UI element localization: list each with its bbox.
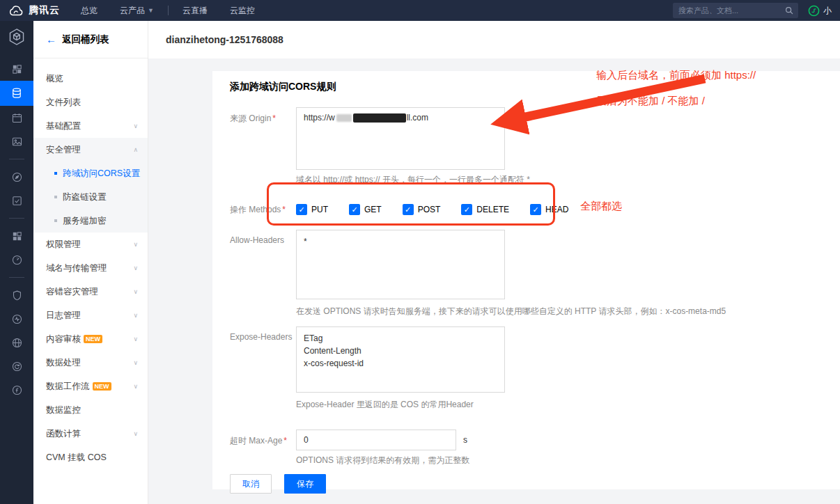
redaction-block	[353, 113, 406, 123]
rail-divider	[9, 159, 24, 159]
brand-name: 腾讯云	[29, 4, 60, 17]
rail-divider	[9, 277, 24, 278]
sidebar-item-label: 容错容灾管理	[46, 286, 98, 298]
sidebar-item[interactable]: 概览	[33, 67, 148, 90]
chevron-down-icon: ∨	[133, 336, 138, 342]
sidebar-item[interactable]: 函数计算∨	[33, 422, 148, 446]
chevron-down-icon: ∨	[133, 241, 138, 248]
sidebar-item-label: 数据工作流	[46, 381, 90, 393]
bucket-title-bar: dianzihetong-1251768088	[148, 21, 840, 58]
sidebar-item[interactable]: 基础配置∨	[33, 114, 148, 138]
sidebar-item-label: 基础配置	[46, 120, 81, 132]
cos-product-logo-icon[interactable]	[0, 21, 33, 53]
allow-headers-label: Allow-Headers	[230, 230, 296, 317]
checkbox-checked-icon[interactable]: ✓	[530, 204, 541, 215]
sidebar-item-label: 数据监控	[46, 404, 81, 416]
topnav-item[interactable]: 云直播	[171, 0, 219, 21]
search-icon[interactable]	[784, 6, 794, 15]
workflow-globe-icon[interactable]	[0, 331, 33, 354]
form-buttons: 取消 保存	[230, 468, 840, 494]
origin-textarea[interactable]: https://wll.com	[296, 107, 505, 170]
user-account[interactable]: 小	[808, 5, 840, 17]
chevron-down-icon: ∨	[133, 312, 138, 319]
sidebar-item-label: 内容审核	[46, 333, 81, 345]
allow-headers-textarea[interactable]: *	[296, 230, 505, 299]
chevron-down-icon: ∨	[133, 265, 138, 271]
calendar-icon[interactable]	[0, 106, 33, 129]
origin-hint: 域名以 http://或 https:// 开头，每行一个，一行最多一个通配符 …	[296, 174, 530, 185]
media-image-icon[interactable]	[0, 129, 33, 153]
chevron-down-icon: ∨	[133, 359, 138, 366]
tencent-cloud-logo[interactable]: 腾讯云	[0, 4, 70, 17]
bullet-icon	[54, 196, 57, 198]
caret-down-icon: ▼	[148, 7, 154, 14]
origin-value-prefix: https://w	[304, 113, 335, 123]
methods-label: 操作 Methods*	[230, 204, 296, 216]
sidebar-item[interactable]: 防盗链设置	[33, 185, 148, 209]
wechat-avatar-icon[interactable]	[808, 5, 820, 17]
expose-headers-row: Expose-Headers ETag Content-Length x-cos…	[230, 326, 840, 410]
sidebar-item[interactable]: CVM 挂载 COS	[33, 446, 148, 469]
sidebar-item[interactable]: 域名与传输管理∨	[33, 256, 148, 280]
sidebar-item-label: 安全管理	[46, 144, 81, 156]
sidebar-item-label: 函数计算	[46, 428, 81, 440]
save-button[interactable]: 保存	[284, 474, 326, 494]
method-checkbox-put[interactable]: ✓PUT	[296, 204, 328, 215]
topbar-nav: 总览云产品▼云直播云监控	[70, 0, 266, 21]
task-check-icon[interactable]	[0, 189, 33, 212]
sidebar-item[interactable]: 安全管理∧	[33, 138, 148, 162]
shield-audit-icon[interactable]	[0, 283, 33, 307]
chevron-down-icon: ∨	[133, 288, 138, 295]
topnav-item[interactable]: 总览	[70, 0, 109, 21]
required-asterisk: *	[283, 436, 287, 446]
topbar: 腾讯云 总览云产品▼云直播云监控 小	[0, 0, 840, 21]
max-age-input[interactable]	[296, 430, 456, 450]
sidebar-item[interactable]: 数据监控	[33, 398, 148, 422]
data-pulse-icon[interactable]	[0, 307, 33, 331]
topnav-item[interactable]: 云产品▼	[109, 0, 165, 21]
expose-headers-textarea[interactable]: ETag Content-Length x-cos-request-id	[296, 326, 505, 393]
modules-grid-icon[interactable]	[0, 224, 33, 248]
sidebar-item[interactable]: 数据工作流NEW∨	[33, 375, 148, 398]
method-checkbox-delete[interactable]: ✓DELETE	[461, 204, 509, 215]
required-asterisk: *	[272, 113, 276, 123]
search-input[interactable]	[673, 6, 784, 15]
max-age-unit: s	[463, 435, 467, 445]
back-to-bucket-list[interactable]: ← 返回桶列表	[33, 21, 148, 58]
method-checkbox-head[interactable]: ✓HEAD	[530, 204, 568, 215]
methods-row: 操作 Methods* ✓PUT✓GET✓POST✓DELETE✓HEAD	[230, 199, 840, 220]
sidebar-item[interactable]: 数据处理∨	[33, 351, 148, 375]
redaction-block	[336, 114, 352, 122]
sidebar-item[interactable]: 服务端加密	[33, 209, 148, 233]
expose-headers-label: Expose-Headers	[230, 326, 296, 410]
topnav-item[interactable]: 云监控	[219, 0, 266, 21]
sidebar-item[interactable]: 容错容灾管理∨	[33, 280, 148, 304]
topbar-right: 小	[673, 3, 840, 18]
method-checkbox-get[interactable]: ✓GET	[349, 204, 382, 215]
dashboard-grid-icon[interactable]	[0, 57, 33, 81]
checkbox-checked-icon[interactable]: ✓	[461, 204, 472, 215]
cancel-button[interactable]: 取消	[230, 474, 272, 494]
sidebar-item[interactable]: 日志管理∨	[33, 304, 148, 327]
sync-refresh-icon[interactable]	[0, 354, 33, 378]
sidebar-item-label: 概览	[46, 73, 63, 85]
sidebar-item[interactable]: 内容审核NEW∨	[33, 327, 148, 351]
sidebar-item[interactable]: 跨域访问CORS设置	[33, 162, 148, 185]
methods-options: ✓PUT✓GET✓POST✓DELETE✓HEAD	[296, 199, 589, 220]
checkbox-checked-icon[interactable]: ✓	[403, 204, 414, 215]
function-compute-icon[interactable]	[0, 378, 33, 402]
new-badge: NEW	[93, 382, 111, 391]
back-arrow-icon: ←	[46, 33, 56, 45]
sidebar-item[interactable]: 文件列表	[33, 90, 148, 114]
checkbox-checked-icon[interactable]: ✓	[296, 204, 307, 215]
bucket-storage-icon[interactable]	[0, 81, 33, 106]
checkbox-checked-icon[interactable]: ✓	[349, 204, 360, 215]
sidebar-item-label: 文件列表	[46, 97, 81, 109]
method-checkbox-post[interactable]: ✓POST	[403, 204, 441, 215]
topbar-search[interactable]	[673, 3, 798, 18]
monitor-gauge-icon[interactable]	[0, 248, 33, 271]
product-icon-rail	[0, 21, 33, 504]
cdn-compass-icon[interactable]	[0, 165, 33, 189]
sidebar-item[interactable]: 权限管理∨	[33, 233, 148, 256]
sidebar-item-label: 数据处理	[46, 357, 81, 369]
